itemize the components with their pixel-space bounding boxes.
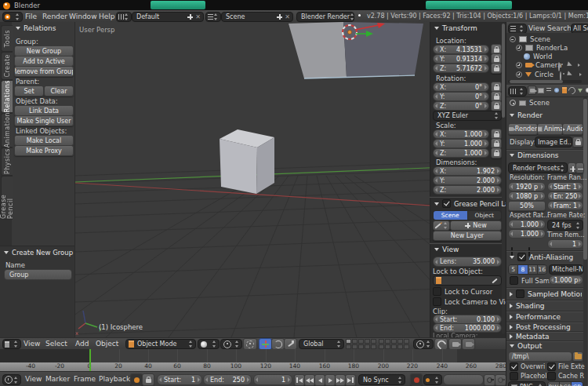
gp-new-layer-button[interactable]: New Layer	[433, 231, 502, 241]
antialiasing-panel-header[interactable]: Anti-Aliasing	[510, 253, 573, 261]
link-data-button[interactable]: Link Data	[14, 105, 74, 116]
output-browse-button[interactable]	[572, 351, 583, 362]
transform-orientation-selector[interactable]: Global	[299, 339, 344, 349]
color-bw-button[interactable]: BW	[548, 382, 560, 386]
delete-keyframe-button[interactable]	[495, 374, 506, 386]
keyingset-lock-button[interactable]	[142, 373, 154, 386]
pivot-point-selector[interactable]	[220, 339, 242, 349]
data-tab-icon[interactable]	[576, 86, 583, 94]
timeline-editor-type-button[interactable]	[2, 374, 21, 385]
translate-manipulator-button[interactable]	[259, 338, 272, 350]
editor-type-selector[interactable]	[2, 12, 23, 22]
shading-panel-header[interactable]: Shading	[510, 302, 545, 310]
remove-preset-button[interactable]	[575, 162, 584, 173]
operator-panel-header[interactable]: Create New Group	[4, 249, 73, 257]
menu-file[interactable]: File	[25, 13, 37, 20]
render-presets-selector[interactable]: Render Presets	[508, 162, 568, 173]
rotation-y-field[interactable]: Y:0°	[433, 92, 489, 101]
remove-from-group-button[interactable]: Remove from Group	[14, 66, 74, 77]
placeholder-checkbox[interactable]	[510, 372, 518, 381]
jump-to-end-button[interactable]	[345, 374, 356, 386]
clip-end-field[interactable]: End:1000.000	[433, 323, 502, 333]
rotate-manipulator-button[interactable]	[271, 338, 285, 350]
timeline-menu-frame[interactable]: Frame	[74, 375, 96, 383]
outliner-row-renderlayers[interactable]: RenderLa	[516, 44, 568, 52]
lock-location-z-button[interactable]	[491, 63, 502, 74]
aa-filter-selector[interactable]: Mitchell-N	[549, 264, 583, 275]
frame-end-prop-field[interactable]: En: 250	[547, 191, 583, 201]
layers-widget-left[interactable]	[346, 339, 376, 349]
outliner-row-circle[interactable]: Circle	[516, 71, 554, 78]
aa-filter-size-field[interactable]: 1.000 p	[549, 275, 583, 285]
transform-panel-header[interactable]: Transform	[434, 24, 477, 32]
render-animation-button[interactable]: Anima	[537, 123, 563, 135]
lock-scale-z-button[interactable]	[491, 147, 502, 158]
gp-scene-button[interactable]: Scene	[434, 211, 468, 220]
outliner-row-scene[interactable]: Scene	[510, 35, 550, 43]
parent-set-button[interactable]: Set	[14, 86, 44, 96]
make-single-user-button[interactable]: Make Single User	[14, 115, 74, 126]
frame-end-field[interactable]: End:250	[203, 374, 252, 385]
render-layers-tab-icon[interactable]	[537, 86, 544, 94]
tab-grease-pencil[interactable]: Grease Pencil	[1, 176, 13, 220]
frame-start-prop-field[interactable]: Start: 1	[547, 182, 583, 191]
current-frame-field[interactable]: 1	[253, 374, 292, 385]
next-keyframe-button[interactable]	[335, 374, 346, 386]
scene-tab-icon[interactable]	[545, 86, 552, 94]
full-sample-row[interactable]: Full Sam	[510, 276, 550, 285]
make-proxy-button[interactable]: Make Proxy	[14, 145, 74, 156]
lock-to-cursor-checkbox[interactable]	[433, 287, 441, 296]
close-layout-icon[interactable]: ✕	[195, 13, 201, 20]
file-ext-checkbox[interactable]	[547, 362, 556, 371]
outliner-row-camera[interactable]: Camera	[516, 61, 561, 69]
rotation-mode-selector[interactable]: XYZ Euler	[433, 111, 502, 121]
viewport-editor-type-button[interactable]	[2, 339, 21, 349]
dimensions-panel-header[interactable]: Dimensions	[510, 151, 559, 159]
viewport-menu-object[interactable]: Object	[96, 340, 118, 348]
lock-to-object-field[interactable]	[433, 275, 502, 286]
opengl-render-anim-button[interactable]	[462, 338, 475, 350]
current-frame-marker[interactable]	[89, 349, 91, 362]
motion-blur-checkbox[interactable]	[516, 290, 524, 298]
object-tab-icon[interactable]	[561, 86, 568, 94]
play-button[interactable]	[325, 374, 336, 386]
prev-keyframe-button[interactable]	[304, 374, 315, 386]
post-processing-panel-header[interactable]: Post Processing	[510, 323, 571, 331]
render-tab-icon[interactable]	[528, 86, 536, 95]
render-engine-selector[interactable]: Blender Render	[296, 12, 354, 22]
properties-editor-type-button[interactable]	[508, 86, 527, 96]
sampled-motion-blur-header[interactable]: Sampled Motion Blur	[510, 290, 582, 298]
menu-render[interactable]: Render	[42, 13, 67, 20]
frame-start-field[interactable]: Start:1	[157, 374, 202, 385]
overwrite-checkbox[interactable]	[510, 362, 518, 371]
eyedropper-icon[interactable]	[492, 278, 497, 283]
overwrite-row[interactable]: Overwri	[510, 362, 545, 371]
view-panel-header[interactable]: View	[434, 246, 459, 253]
output-path-field[interactable]: /tmp\	[508, 351, 572, 362]
collapse-icon[interactable]	[510, 36, 516, 42]
opengl-render-button[interactable]	[448, 338, 462, 350]
timeline-menu-marker[interactable]: Marker	[45, 375, 70, 383]
pin-icon[interactable]	[510, 100, 516, 106]
scale-y-field[interactable]: Y:1.000	[433, 139, 489, 148]
tab-animation[interactable]: Animation	[1, 113, 13, 147]
mode-selector[interactable]: Object Mode	[125, 339, 196, 349]
expand-icon[interactable]	[516, 45, 522, 51]
color-rgb-button[interactable]: RGB	[560, 382, 572, 386]
aspect-y-field[interactable]: 1.000	[508, 229, 546, 239]
add-scene-icon[interactable]	[277, 14, 282, 20]
outliner-row-world[interactable]: World	[524, 53, 552, 60]
aa-11-button[interactable]: 11	[528, 265, 538, 274]
color-rgba-button[interactable]: RGBA	[572, 382, 583, 386]
aa-8-button[interactable]: 8	[518, 265, 528, 274]
outliner-hscrollbar-thumb[interactable]	[510, 80, 563, 83]
lock-camera-row[interactable]: Lock Camera to View	[433, 297, 515, 306]
gp-object-button[interactable]: Object	[468, 211, 502, 220]
active-keying-set-field[interactable]	[443, 374, 484, 385]
resolution-y-field[interactable]: 1080 p	[508, 191, 546, 201]
material-tab-icon[interactable]	[584, 86, 588, 94]
fps-selector[interactable]: 24 fps	[547, 220, 583, 231]
dimension-y-field[interactable]: Y:2.000	[433, 176, 502, 185]
modifiers-tab-icon[interactable]	[568, 86, 575, 94]
n-panel-scrollbar-thumb[interactable]	[502, 24, 505, 118]
